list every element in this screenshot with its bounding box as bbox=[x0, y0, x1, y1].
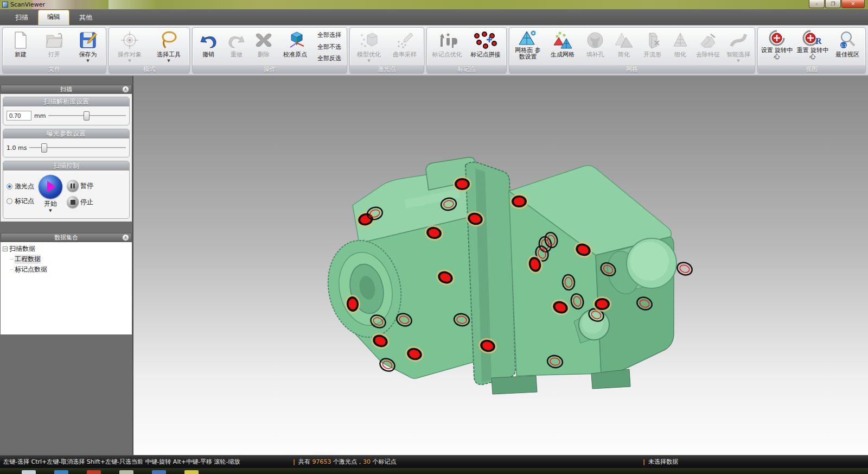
close-button[interactable]: ✕ bbox=[841, 0, 865, 8]
selection-status-text: 未选择数据 bbox=[648, 458, 678, 466]
restore-button[interactable]: ❐ bbox=[825, 0, 841, 8]
status-separator: | bbox=[643, 458, 645, 465]
undo-button[interactable]: 撤销 bbox=[194, 28, 223, 65]
status-bar: 左键-选择 Ctrl+左键-取消选择 Shift+左键-只选当前 中键-旋转 A… bbox=[0, 455, 868, 468]
save-as-dropdown-arrow[interactable]: ▼ bbox=[86, 59, 89, 63]
open-button[interactable]: 打开 bbox=[37, 28, 71, 65]
taskbar-icon[interactable] bbox=[22, 470, 36, 474]
marker-point-filled[interactable] bbox=[510, 194, 528, 209]
tree-expander-icon[interactable]: − bbox=[3, 247, 8, 251]
start-label: 开始 bbox=[44, 199, 57, 208]
laser-point-radio[interactable]: 激光点 bbox=[7, 182, 34, 191]
marker-point-ring[interactable] bbox=[675, 261, 694, 277]
mesh-params-button[interactable]: 网格面 参数设置 bbox=[510, 28, 545, 65]
open-folder-icon bbox=[45, 30, 63, 50]
marker-optimize-button[interactable]: 标记点优化 bbox=[428, 28, 466, 65]
marker-stitch-button[interactable]: 标记点拼接 bbox=[466, 28, 505, 65]
new-file-icon bbox=[12, 30, 29, 50]
select-all-button[interactable]: 全部选择 bbox=[315, 30, 343, 40]
collapse-scan-panel-button[interactable]: ∧ bbox=[122, 86, 129, 93]
deselect-all-button[interactable]: 全部不选 bbox=[315, 42, 343, 52]
start-scan-button[interactable] bbox=[39, 175, 62, 199]
tab-other[interactable]: 其他 bbox=[69, 11, 102, 25]
radio-dot bbox=[7, 184, 12, 189]
marker-stitch-icon bbox=[473, 30, 499, 50]
marker-point-filled[interactable] bbox=[593, 296, 611, 312]
operate-object-dropdown-arrow[interactable]: ▼ bbox=[128, 59, 131, 63]
model-optimize-button[interactable]: 模型优化 ▼ bbox=[351, 28, 387, 65]
smart-select-button[interactable]: 智能选择 ▼ bbox=[723, 28, 754, 65]
resolution-slider[interactable] bbox=[48, 111, 126, 121]
invert-selection-button[interactable]: 全部反选 bbox=[315, 53, 343, 64]
curvature-sample-icon bbox=[394, 30, 415, 50]
remove-feature-button[interactable]: 去除特征 bbox=[693, 28, 723, 65]
reset-rotation-center-button[interactable]: R 重置 旋转中心 bbox=[795, 28, 831, 65]
remove-feature-icon bbox=[698, 30, 718, 50]
set-rotation-center-button[interactable]: 设置 旋转中心 bbox=[759, 28, 795, 65]
curvature-sample-button[interactable]: 曲率采样 bbox=[387, 28, 423, 65]
collapse-data-panel-button[interactable]: ∧ bbox=[122, 234, 129, 241]
ribbon-group-file: 新建 打开 保存为 ▼ 文件 bbox=[2, 27, 106, 74]
tree-node-marker-data[interactable]: ┈ 标记点数据 bbox=[9, 264, 131, 275]
ribbon-group-view: 设置 旋转中心 R 重置 旋转中心 1:1 最佳视区 视图 bbox=[757, 27, 866, 74]
pause-button[interactable]: 暂停 bbox=[67, 180, 93, 192]
calibrate-origin-button[interactable]: 校准原点 bbox=[277, 28, 313, 65]
ribbon-group-laser-points: 模型优化 ▼ 曲率采样 激光点 bbox=[349, 27, 424, 74]
new-button[interactable]: 新建 bbox=[4, 28, 37, 65]
scan-panel-header: 扫描 ∧ bbox=[1, 85, 132, 93]
marker-point-filled[interactable] bbox=[453, 176, 471, 192]
taskbar-icon[interactable] bbox=[54, 470, 68, 474]
marker-point-radio[interactable]: 标记点 bbox=[7, 197, 34, 206]
open-manifold-button[interactable]: 开流形 bbox=[637, 28, 668, 65]
ribbon-group-label-marker-points: 标记点 bbox=[427, 65, 506, 73]
start-dropdown-arrow[interactable]: ▼ bbox=[49, 208, 52, 213]
operate-object-button[interactable]: 操作对象 ▼ bbox=[110, 28, 149, 65]
taskbar-icon[interactable] bbox=[184, 470, 199, 474]
ribbon-group-label-file: 文件 bbox=[3, 65, 106, 73]
simplify-icon bbox=[614, 30, 634, 50]
fill-holes-button[interactable]: 填补孔 bbox=[580, 28, 610, 65]
select-tool-button[interactable]: 选择工具 ▼ bbox=[149, 28, 188, 65]
redo-button[interactable]: 重做 bbox=[223, 28, 250, 65]
svg-text:R: R bbox=[815, 36, 822, 46]
save-as-button[interactable]: 保存为 ▼ bbox=[71, 28, 105, 65]
taskbar-icon[interactable] bbox=[87, 470, 101, 474]
stop-button[interactable]: 停止 bbox=[67, 196, 93, 208]
set-rotation-center-icon bbox=[768, 30, 786, 46]
exposure-value: 1.0 ms bbox=[7, 144, 27, 151]
refine-button[interactable]: 细化 bbox=[668, 28, 693, 65]
exposure-slider[interactable] bbox=[29, 143, 126, 153]
pause-icon bbox=[67, 180, 79, 192]
taskbar-icon[interactable] bbox=[152, 470, 166, 474]
model-optimize-dropdown-arrow[interactable]: ▼ bbox=[367, 59, 370, 63]
ribbon-tab-bar: 扫描 编辑 其他 bbox=[0, 9, 868, 26]
lasso-icon bbox=[159, 30, 178, 50]
data-panel-header: 数据集合 ∧ bbox=[1, 233, 132, 242]
minimize-button[interactable]: – bbox=[809, 0, 825, 8]
tab-scan[interactable]: 扫描 bbox=[5, 11, 38, 25]
exposure-groupbox: 曝光参数设置 1.0 ms bbox=[3, 129, 130, 157]
select-tool-dropdown-arrow[interactable]: ▼ bbox=[167, 59, 170, 63]
redo-icon bbox=[227, 30, 246, 50]
best-view-button[interactable]: 1:1 最佳视区 bbox=[831, 28, 864, 65]
tree-node-project-data[interactable]: ┈ 工程数据 bbox=[9, 254, 131, 264]
taskbar-icon[interactable] bbox=[119, 470, 133, 474]
tree-node-scan-data[interactable]: − 扫描数据 bbox=[2, 244, 131, 254]
smart-select-dropdown-arrow[interactable]: ▼ bbox=[737, 59, 739, 63]
fill-holes-icon bbox=[585, 30, 605, 50]
undo-icon bbox=[199, 30, 218, 50]
mouse-hint-text: 左键-选择 Ctrl+左键-取消选择 Shift+左键-只选当前 中键-旋转 A… bbox=[3, 458, 240, 466]
app-icon bbox=[2, 2, 8, 8]
delete-button[interactable]: 删除 bbox=[250, 28, 277, 65]
resolution-input[interactable] bbox=[7, 111, 31, 121]
crosshair-icon bbox=[120, 30, 139, 50]
simplify-button[interactable]: 简化 bbox=[610, 28, 637, 65]
ribbon-group-label-laser-points: 激光点 bbox=[350, 65, 424, 73]
tab-edit[interactable]: 编辑 bbox=[38, 10, 69, 25]
laser-count: 97653 bbox=[312, 458, 331, 465]
model-geometry bbox=[320, 157, 676, 394]
scan-control-groupbox: 扫描控制 激光点 标记点 bbox=[3, 161, 130, 219]
viewport-3d-canvas[interactable] bbox=[133, 76, 868, 455]
resolution-title: 扫描解析度设置 bbox=[3, 97, 129, 106]
generate-mesh-button[interactable]: 生成网格 bbox=[545, 28, 580, 65]
